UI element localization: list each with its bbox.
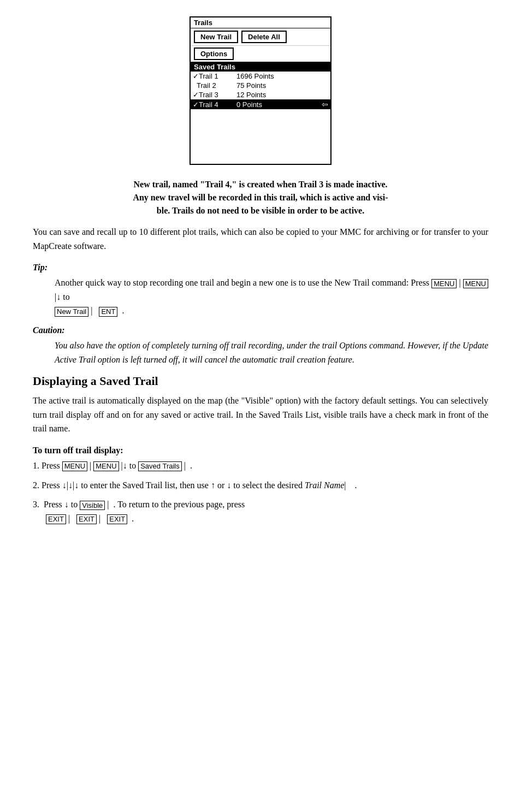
options-button[interactable]: Options xyxy=(194,48,234,60)
empty-space xyxy=(191,109,330,164)
caption-block: New trail, named "Trail 4," is created w… xyxy=(33,178,488,217)
trails-dialog: Trails New Trail Delete All Options Save… xyxy=(190,16,331,165)
saved-trails-key: Saved Trails xyxy=(138,461,182,471)
step-1: 1. Press MENU | MENU |↓ to Saved Trails … xyxy=(33,459,488,473)
trail-row[interactable]: Trail 2 75 Points xyxy=(191,81,330,90)
caption-line1: New trail, named "Trail 4," is created w… xyxy=(134,180,388,189)
screenshot-container: Trails New Trail Delete All Options Save… xyxy=(33,16,488,165)
new-trail-key: New Trail xyxy=(55,307,88,317)
menu-key: MENU xyxy=(431,279,457,289)
caution-text: You also have the option of completely t… xyxy=(55,341,488,364)
step3-text: 3. Press ↓ to Visible | . To return to t… xyxy=(33,500,245,523)
delete-all-button[interactable]: Delete All xyxy=(241,31,287,43)
trail-list: ✓Trail 1 1696 Points Trail 2 75 Points ✓… xyxy=(191,72,330,109)
trail-points: 1696 Points xyxy=(236,72,328,80)
exit-key2: EXIT xyxy=(76,514,97,524)
tip-label: Tip: xyxy=(33,263,488,272)
section-heading: Displaying a Saved Trail xyxy=(33,374,488,388)
caution-label: Caution: xyxy=(33,325,488,335)
body-paragraph-2: The active trail is automatically displa… xyxy=(33,394,488,436)
tip-content: Another quick way to stop recording one … xyxy=(55,276,488,318)
trail-points: 0 Points xyxy=(236,100,322,109)
top-buttons-row: New Trail Delete All xyxy=(191,28,330,46)
visible-key: Visible xyxy=(80,501,105,511)
tip-continuation: New Trail | ENT . xyxy=(55,306,124,315)
trail-row[interactable]: ✓Trail 1 1696 Points xyxy=(191,72,330,81)
trail-name: Trail 2 xyxy=(193,81,236,90)
turn-off-heading: To turn off trail display: xyxy=(33,446,488,455)
trail-name: ✓Trail 4 xyxy=(193,100,236,109)
step2-text: 2. Press ↓|↓|↓ to enter the Saved Trail … xyxy=(33,481,357,490)
enter-key: ENT xyxy=(99,307,117,317)
trail-name: ✓Trail 1 xyxy=(193,72,236,80)
options-row: Options xyxy=(191,46,330,62)
step-2: 2. Press ↓|↓|↓ to enter the Saved Trail … xyxy=(33,478,488,493)
trail-points: 75 Points xyxy=(236,81,328,90)
exit-key: EXIT xyxy=(46,514,66,524)
saved-trails-header: Saved Trails xyxy=(191,62,330,72)
caption-line2: Any new travel will be recorded in this … xyxy=(133,193,388,202)
step1-text: 1. Press MENU | MENU |↓ to Saved Trails … xyxy=(33,461,192,470)
dialog-title: Trails xyxy=(191,17,330,28)
menu-key-2: MENU xyxy=(463,279,488,289)
trail-row-selected[interactable]: ✓Trail 4 0 Points ⇦ xyxy=(191,99,330,109)
trail-row[interactable]: ✓Trail 3 12 Points xyxy=(191,90,330,99)
arrow-icon: ⇦ xyxy=(322,100,328,109)
exit-key3: EXIT xyxy=(107,514,127,524)
trail-name: ✓Trail 3 xyxy=(193,91,236,99)
tip-text: Another quick way to stop recording one … xyxy=(55,278,429,287)
new-trail-button[interactable]: New Trail xyxy=(194,31,238,43)
menu-key-step1b: MENU xyxy=(93,461,119,471)
menu-key-step1: MENU xyxy=(62,461,87,471)
down-arrow-symbol: |↓ xyxy=(55,292,61,301)
trail-points: 12 Points xyxy=(236,91,328,99)
caption-line3: ble. Trails do not need to be visible in… xyxy=(157,206,364,215)
body-paragraph-1: You can save and recall up to 10 differe… xyxy=(33,225,488,253)
caution-content: You also have the option of completely t… xyxy=(55,339,488,366)
step-3: 3. Press ↓ to Visible | . To return to t… xyxy=(33,497,488,525)
